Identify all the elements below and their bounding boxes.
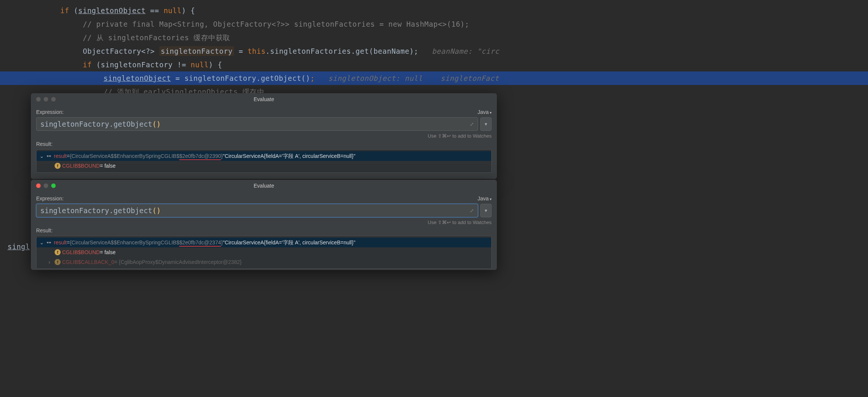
dialog-title: Evaluate — [254, 96, 274, 102]
minimize-icon[interactable] — [44, 183, 48, 188]
dialog-titlebar[interactable]: Evaluate — [31, 93, 497, 105]
window-controls — [31, 183, 56, 188]
result-label: Result: — [36, 227, 492, 233]
code-comment: // 从 singletonFactories 缓存中获取 — [0, 31, 868, 44]
maximize-icon[interactable] — [51, 97, 56, 102]
tree-row-field[interactable]: › f CGLIB$CALLBACK_0 = {CglibAopProxy$Dy… — [37, 257, 491, 267]
evaluate-dialog: Evaluate Expression: Java singletonFacto… — [31, 93, 497, 179]
shortcut-hint: Use ⇧⌘↩ to add to Watches — [36, 220, 492, 225]
execution-line: singletonObject = singletonFactory.getOb… — [0, 71, 868, 85]
evaluate-dialog-active: Evaluate Expression: Java singletonFacto… — [31, 180, 497, 270]
field-icon: f — [55, 249, 61, 255]
field-icon: f — [55, 259, 61, 265]
result-tree[interactable]: ⌄ 👓 result = {CircularServiceA$$Enhancer… — [36, 236, 492, 269]
tree-row-result[interactable]: ⌄ 👓 result = {CircularServiceA$$Enhancer… — [37, 238, 491, 247]
value-hint: singletonFact — [440, 74, 499, 82]
object-id: $2e0fb7dc@2374 — [179, 239, 221, 245]
value-hint: singletonObject: null — [328, 74, 423, 82]
field-icon: f — [55, 163, 61, 169]
expression-input[interactable]: singletonFactory.getObject() ⤢ — [36, 204, 478, 217]
result-tree[interactable]: ⌄ 👓 result = {CircularServiceA$$Enhancer… — [36, 149, 492, 173]
code-comment: // private final Map<String, ObjectFacto… — [0, 17, 868, 31]
minimize-icon[interactable] — [44, 97, 48, 102]
expression-label: Expression: — [36, 109, 64, 115]
shortcut-hint: Use ⇧⌘↩ to add to Watches — [36, 133, 492, 139]
expand-icon[interactable]: ⤢ — [470, 208, 474, 214]
chevron-down-icon[interactable]: ⌄ — [40, 238, 46, 247]
language-dropdown[interactable]: Java — [478, 109, 492, 115]
variable: singletonObject — [78, 6, 146, 15]
result-label: Result: — [36, 141, 492, 147]
history-dropdown-button[interactable]: ▼ — [480, 117, 492, 131]
tree-row-field[interactable]: f CGLIB$BOUND = false — [37, 247, 491, 257]
expression-input[interactable]: singletonFactory.getObject() ⤢ — [36, 117, 478, 131]
watch-icon: 👓 — [46, 153, 52, 159]
language-dropdown[interactable]: Java — [478, 195, 492, 202]
dialog-titlebar[interactable]: Evaluate — [31, 180, 497, 192]
window-controls — [31, 97, 56, 102]
code-line: if (singletonObject == null) { — [0, 4, 868, 17]
keyword-if: if — [60, 6, 69, 15]
close-icon[interactable] — [36, 183, 41, 188]
tree-row-field[interactable]: f CGLIB$BOUND = false — [37, 161, 491, 171]
dialog-title: Evaluate — [254, 183, 274, 189]
maximize-icon[interactable] — [51, 183, 56, 188]
history-dropdown-button[interactable]: ▼ — [480, 204, 492, 217]
object-id: $2e0fb7dc@2390 — [179, 153, 221, 159]
watch-icon: 👓 — [46, 239, 52, 246]
chevron-down-icon[interactable]: ⌄ — [40, 151, 46, 161]
expand-icon[interactable]: ⤢ — [470, 121, 474, 127]
code-line: if (singletonFactory != null) { — [0, 58, 868, 71]
code-line: ObjectFactory<?> singletonFactory = this… — [0, 44, 868, 58]
tree-row-result[interactable]: ⌄ 👓 result = {CircularServiceA$$Enhancer… — [37, 151, 491, 161]
inlay-hint: singletonFactory — [159, 46, 234, 56]
close-icon[interactable] — [36, 97, 41, 102]
expression-label: Expression: — [36, 195, 64, 202]
chevron-right-icon[interactable]: › — [49, 257, 55, 267]
param-hint: beanName: "circ — [432, 47, 499, 55]
